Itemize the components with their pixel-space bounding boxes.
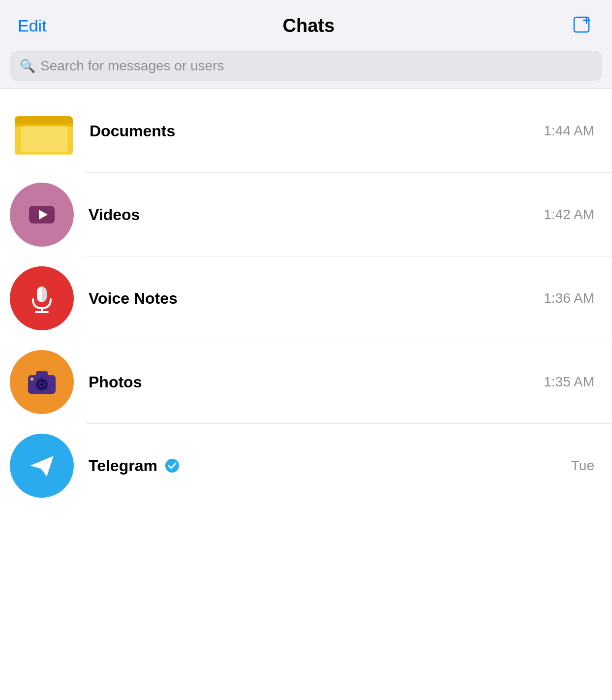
avatar (10, 350, 74, 414)
svg-marker-22 (30, 456, 54, 477)
header: Edit Chats (0, 0, 612, 47)
chat-time: 1:36 AM (544, 290, 594, 306)
list-item[interactable]: Videos 1:42 AM (0, 173, 612, 256)
chat-info: Videos 1:42 AM (89, 206, 594, 224)
chat-list: Documents 1:44 AM Videos 1:42 AM (0, 89, 612, 508)
chat-name: Videos (89, 206, 140, 224)
chat-time: Tue (571, 458, 594, 474)
svg-rect-8 (21, 126, 67, 152)
search-bar[interactable]: 🔍 Search for messages or users (10, 51, 602, 81)
avatar (10, 266, 74, 330)
chat-info: Documents 1:44 AM (90, 122, 594, 140)
chat-time: 1:42 AM (544, 207, 594, 223)
chat-name: Photos (89, 373, 142, 391)
svg-rect-7 (15, 120, 73, 124)
avatar (10, 183, 74, 247)
list-item[interactable]: Documents 1:44 AM (0, 89, 612, 173)
chat-name: Voice Notes (89, 289, 178, 308)
chat-time: 1:44 AM (544, 123, 594, 139)
verified-badge (164, 458, 180, 474)
camera-icon (26, 367, 58, 397)
svg-rect-12 (42, 286, 47, 302)
search-placeholder: Search for messages or users (40, 58, 224, 74)
chat-time: 1:35 AM (544, 374, 594, 390)
compose-button[interactable] (571, 14, 594, 37)
page-title: Chats (283, 15, 335, 36)
chat-info: Voice Notes 1:36 AM (89, 289, 594, 308)
avatar (10, 99, 79, 163)
svg-point-21 (31, 378, 33, 381)
search-icon: 🔍 (20, 59, 35, 74)
svg-point-25 (165, 459, 179, 473)
avatar (10, 434, 74, 498)
chat-info: Telegram Tue (89, 457, 594, 475)
edit-button[interactable]: Edit (18, 16, 47, 35)
telegram-plane-icon (26, 450, 58, 481)
microphone-icon (26, 283, 58, 314)
list-item[interactable]: Photos 1:35 AM (0, 340, 612, 424)
video-play-icon (27, 200, 57, 229)
list-item[interactable]: Telegram Tue (0, 424, 612, 508)
compose-icon (573, 16, 592, 35)
search-container: 🔍 Search for messages or users (0, 47, 612, 89)
chat-name: Documents (90, 122, 175, 140)
chat-info: Photos 1:35 AM (89, 373, 594, 391)
svg-point-20 (40, 383, 43, 386)
chat-name: Telegram (89, 457, 157, 475)
svg-rect-16 (36, 371, 48, 377)
list-item[interactable]: Voice Notes 1:36 AM (0, 256, 612, 340)
